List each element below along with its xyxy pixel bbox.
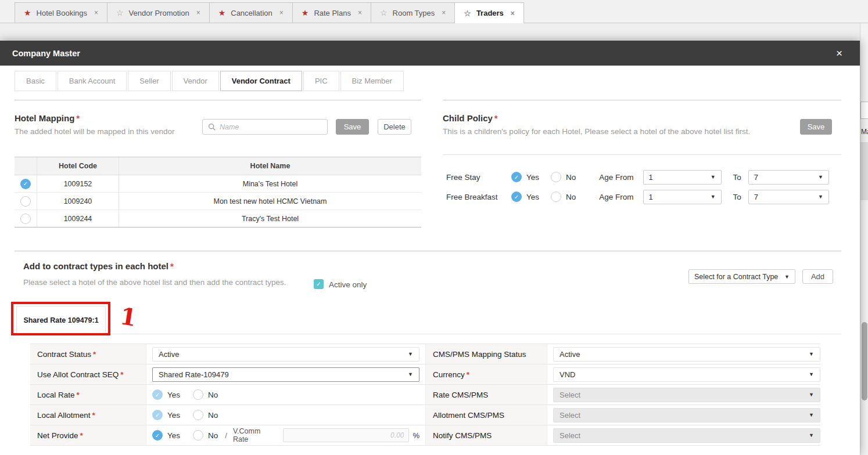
net-provide-yes-radio[interactable]: ✓	[152, 430, 163, 440]
active-only-label: Active only	[329, 280, 367, 289]
scrollbar-thumb[interactable]	[862, 322, 867, 400]
hotel-mapping-table: Hotel Code Hotel Name ✓ 1009152 Mina's T…	[15, 157, 421, 228]
free-stay-no-radio[interactable]	[551, 172, 561, 182]
age-to-select[interactable]: 7 ▼	[748, 190, 829, 204]
yes-label: Yes	[526, 193, 539, 201]
free-breakfast-yes-radio[interactable]: ✓	[511, 192, 522, 202]
close-icon[interactable]: ×	[279, 9, 284, 17]
field-value: Shared Rate-109479 ▼	[146, 364, 425, 384]
local-allotment-no-radio[interactable]	[193, 410, 203, 420]
table-row[interactable]: ✓ 1009152 Mina's Test Hotel	[15, 175, 421, 193]
label-text: Net Provide	[37, 431, 78, 440]
title-text: Child Policy	[443, 113, 493, 123]
contract-status-select[interactable]: Active ▼	[152, 347, 419, 362]
section-title: Child Policy*	[443, 113, 841, 123]
star-icon[interactable]: ★	[24, 9, 31, 17]
tab-vendor-promotion[interactable]: ☆ Vendor Promotion ×	[107, 2, 210, 23]
vcomm-rate-input[interactable]	[283, 428, 409, 442]
tab-room-types[interactable]: ☆ Room Types ×	[371, 2, 455, 23]
hotel-name-cell: Tracy's Test Hotel	[119, 210, 421, 227]
age-from-select[interactable]: 1 ▼	[643, 190, 722, 204]
field-value: Active ▼	[547, 344, 820, 364]
local-rate-yes-radio[interactable]: ✓	[152, 389, 163, 400]
row-radio-selected[interactable]: ✓	[20, 179, 31, 189]
age-from-label: Age From	[599, 173, 633, 182]
page-scrollbar[interactable]: Ma	[860, 23, 868, 455]
tab-shared-rate[interactable]: Shared Rate 109479:1	[16, 306, 106, 334]
age-to-select[interactable]: 7 ▼	[748, 170, 829, 185]
star-icon[interactable]: ☆	[380, 9, 388, 17]
tab-hotel-bookings[interactable]: ★ Hotel Bookings ×	[15, 2, 107, 23]
hotel-search-box[interactable]	[202, 119, 328, 135]
tab-label: Traders	[476, 9, 504, 17]
save-button[interactable]: Save	[336, 119, 369, 135]
star-icon[interactable]: ☆	[464, 9, 471, 17]
star-icon[interactable]: ★	[218, 9, 226, 17]
use-allot-contract-seq-select[interactable]: Shared Rate-109479 ▼	[152, 367, 419, 382]
tab-bank-account[interactable]: Bank Account	[58, 71, 127, 91]
yes-label: Yes	[167, 411, 180, 420]
field-label: Local Allotment*	[30, 405, 146, 425]
select-cell	[15, 193, 37, 210]
close-icon[interactable]: ×	[511, 9, 515, 17]
hotel-name-cell: Mina's Test Hotel	[119, 175, 421, 192]
label-text: Allotment CMS/PMS	[433, 411, 504, 420]
close-icon[interactable]: ×	[358, 9, 362, 17]
required-asterisk: *	[80, 431, 83, 440]
divider	[443, 154, 841, 155]
tab-basic[interactable]: Basic	[15, 71, 56, 91]
workspace-tab-bar: ★ Hotel Bookings × ☆ Vendor Promotion × …	[0, 0, 868, 23]
form-row-allot-contract-seq: Use Allot Contract SEQ* Shared Rate-1094…	[30, 364, 820, 385]
tab-seller[interactable]: Seller	[128, 71, 170, 91]
field-label: Free Breakfast	[443, 193, 511, 201]
close-icon[interactable]: ×	[94, 9, 98, 17]
tab-rate-plans[interactable]: ★ Rate Plans ×	[292, 2, 371, 23]
required-asterisk: *	[120, 370, 123, 379]
local-allotment-yes-radio[interactable]: ✓	[152, 410, 163, 420]
field-label: Use Allot Contract SEQ*	[30, 364, 146, 384]
background-fragment-strip	[860, 142, 868, 200]
allotment-cms-pms-select[interactable]: Select ▼	[553, 408, 820, 423]
separator: /	[225, 431, 227, 440]
hotel-code-cell: 1009244	[37, 210, 119, 227]
row-radio[interactable]	[20, 196, 31, 207]
net-provide-no-radio[interactable]	[193, 430, 203, 440]
contract-type-select[interactable]: Select for a Contract Type ▼	[688, 269, 795, 284]
no-label: No	[208, 391, 218, 399]
add-button[interactable]: Add	[802, 269, 833, 284]
close-icon[interactable]: ×	[442, 9, 446, 17]
cms-pms-mapping-status-select[interactable]: Active ▼	[553, 347, 820, 362]
field-value: Select ▼	[547, 405, 820, 425]
free-breakfast-no-radio[interactable]	[551, 192, 561, 202]
selected-value: 7	[754, 193, 758, 201]
local-rate-no-radio[interactable]	[193, 389, 203, 400]
notify-cms-pms-select[interactable]: Select ▼	[553, 428, 820, 443]
currency-select[interactable]: VND ▼	[553, 367, 820, 382]
company-master-modal: Company Master × Basic Bank Account Sell…	[0, 41, 860, 455]
tab-vendor[interactable]: Vendor	[172, 71, 219, 91]
tab-vendor-contract[interactable]: Vendor Contract	[220, 71, 302, 91]
close-icon[interactable]: ×	[196, 9, 200, 17]
active-only-checkbox[interactable]: ✓	[314, 279, 324, 289]
age-from-select[interactable]: 1 ▼	[643, 170, 722, 185]
yes-label: Yes	[167, 391, 180, 399]
rate-cms-pms-select[interactable]: Select ▼	[553, 388, 820, 402]
delete-button[interactable]: Delete	[378, 119, 411, 135]
free-stay-yes-radio[interactable]: ✓	[511, 172, 522, 182]
star-icon[interactable]: ☆	[116, 9, 124, 17]
table-row[interactable]: 1009240 Mon test new hotel HCMC Vietnam	[15, 193, 421, 210]
close-icon[interactable]: ×	[836, 48, 842, 59]
save-button[interactable]: Save	[800, 119, 832, 135]
form-row-local-rate: Local Rate* ✓ Yes No Rate CMS/PMS Select	[30, 385, 820, 405]
tab-biz-member[interactable]: Biz Member	[340, 71, 404, 91]
row-radio[interactable]	[20, 214, 31, 224]
tab-pic[interactable]: PIC	[303, 71, 339, 91]
chevron-down-icon: ▼	[408, 351, 413, 357]
hotel-mapping-section: Hotel Mapping* The added hotel will be m…	[15, 100, 421, 157]
table-row[interactable]: 1009244 Tracy's Test Hotel	[15, 210, 421, 228]
free-stay-row: Free Stay ✓ Yes No Age From 1 ▼ To 7 ▼	[443, 167, 841, 187]
search-input[interactable]	[220, 123, 322, 131]
star-icon[interactable]: ★	[302, 9, 309, 17]
tab-cancellation[interactable]: ★ Cancellation ×	[209, 2, 293, 23]
tab-traders[interactable]: ☆ Traders ×	[454, 2, 524, 23]
